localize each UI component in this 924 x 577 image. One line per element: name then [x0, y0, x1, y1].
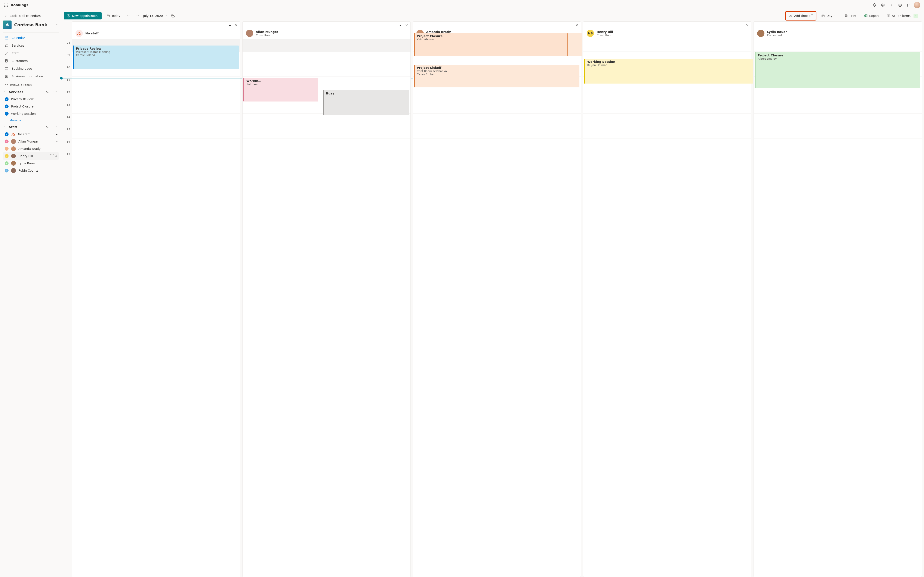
column-header: No staff — [72, 29, 240, 39]
action-items-button[interactable]: Action items ✓ — [884, 12, 921, 19]
date-picker[interactable]: July 15, 2020 — [143, 14, 167, 18]
close-icon[interactable] — [745, 23, 750, 28]
more-icon[interactable] — [52, 124, 58, 130]
svg-point-36 — [52, 154, 52, 155]
help-icon[interactable] — [887, 1, 896, 10]
pin-icon[interactable] — [397, 22, 404, 29]
export-button[interactable]: Export — [861, 12, 882, 19]
action-items-label: Action items — [892, 14, 911, 18]
staff-column: Allan MungerConsultantWorkin…Kat Lars…Bu… — [242, 21, 411, 577]
pin-icon[interactable] — [54, 132, 59, 137]
svg-point-11 — [898, 4, 901, 6]
svg-rect-39 — [107, 15, 110, 17]
column-header: Lydia BauerConsultant — [754, 29, 922, 39]
staff-filter-item[interactable]: ✓Lydia Bauer — [3, 160, 59, 167]
more-icon[interactable] — [50, 154, 54, 158]
staff-filter-item[interactable]: ✓Allan Mungar — [3, 138, 59, 145]
more-icon[interactable] — [52, 89, 58, 95]
pin-icon[interactable] — [54, 154, 59, 159]
print-button[interactable]: Print — [842, 12, 859, 19]
filter-services-header[interactable]: Services — [3, 88, 59, 95]
day-grid[interactable]: Working SessionReyna Holman — [583, 39, 751, 577]
staff-filter-item[interactable]: ✓No staff — [3, 131, 59, 138]
prev-arrow-icon[interactable] — [125, 12, 132, 19]
calendar-event[interactable] — [567, 33, 583, 56]
main: New appointment Today July 15, 2020 — [60, 10, 924, 577]
flag-icon[interactable] — [904, 1, 913, 10]
day-grid[interactable]: Project ClosureAlbert Dudley — [754, 39, 922, 577]
day-grid[interactable]: Workin…Kat Lars…Busy — [242, 39, 410, 577]
filter-staff-label: Staff — [9, 125, 42, 129]
nav-calendar[interactable]: Calendar — [3, 34, 59, 42]
service-filter-item[interactable]: ✓Working Session — [3, 110, 59, 117]
check-icon: ✓ — [5, 161, 8, 165]
filter-label: Lydia Bauer — [18, 161, 36, 165]
svg-rect-24 — [7, 76, 7, 77]
calendar-event[interactable]: Project ClosureKatri Ahokas — [414, 33, 583, 56]
app-launcher-icon[interactable] — [3, 2, 10, 8]
close-icon[interactable] — [574, 23, 580, 28]
feedback-smile-icon[interactable] — [896, 1, 904, 10]
service-filter-item[interactable]: ✓Project Closure — [3, 103, 59, 110]
chevron-down-icon — [4, 90, 7, 93]
event-subtitle: Katri Ahokas — [417, 38, 580, 41]
manage-services-link[interactable]: Manage — [3, 117, 59, 123]
svg-point-37 — [53, 154, 53, 155]
close-icon[interactable] — [404, 23, 409, 28]
avatar — [11, 161, 16, 166]
svg-point-1 — [6, 3, 6, 4]
excel-icon — [864, 14, 867, 18]
back-to-calendars-link[interactable]: Back to all calendars — [3, 12, 59, 20]
add-time-off-button[interactable]: Add time off — [786, 12, 815, 19]
svg-point-10 — [891, 6, 892, 6]
calendar-event[interactable]: Project KickoffConf Room YelahankaCarey … — [414, 65, 580, 87]
bell-icon[interactable] — [870, 1, 879, 10]
staff-filter-item[interactable]: ✓Henry Bill — [3, 152, 59, 160]
nav-label: Staff — [11, 52, 19, 55]
filter-label: Privacy Review — [11, 97, 34, 101]
next-arrow-icon[interactable] — [134, 12, 141, 19]
calendar-event[interactable]: Busy — [323, 90, 409, 115]
nav-customers[interactable]: Customers — [3, 57, 59, 65]
check-icon: ✓ — [5, 147, 8, 151]
calendar-event[interactable]: Workin…Kat Lars… — [243, 78, 318, 102]
weather-icon[interactable] — [169, 12, 176, 19]
today-button[interactable]: Today — [104, 12, 123, 19]
calendar-event[interactable]: Working SessionReyna Holman — [584, 59, 753, 84]
nav-booking-page[interactable]: Booking page — [3, 65, 59, 73]
nav-staff[interactable]: Staff — [3, 49, 59, 57]
filter-label: Allan Mungar — [18, 140, 38, 143]
app-header: Bookings — [0, 0, 924, 10]
calendar-icon — [5, 36, 8, 40]
day-grid[interactable]: Privacy ReviewMicrosoft Teams MeetingCar… — [72, 39, 240, 577]
svg-point-25 — [47, 91, 48, 92]
calendar-event[interactable]: Privacy ReviewMicrosoft Teams MeetingCar… — [73, 45, 239, 69]
staff-name: Henry Bill — [596, 30, 613, 34]
staff-filter-item[interactable]: ✓Robin Counts — [3, 167, 59, 174]
pin-icon[interactable] — [226, 22, 233, 29]
staff-role: Consultant — [767, 34, 787, 37]
calendar-event[interactable]: Project ClosureAlbert Dudley — [754, 52, 920, 88]
search-icon[interactable] — [45, 89, 50, 95]
print-label: Print — [850, 14, 856, 18]
day-grid[interactable]: Project ClosureKatri AhokasProject Kicko… — [413, 39, 581, 577]
calendar-icon — [107, 14, 110, 18]
gear-icon[interactable] — [879, 1, 887, 10]
nav-business-info[interactable]: Business information — [3, 73, 59, 80]
user-avatar[interactable] — [913, 1, 921, 10]
site-name: Contoso Bank — [14, 22, 53, 27]
close-icon[interactable] — [234, 23, 239, 28]
column-header: HBHenry BillConsultant — [583, 29, 751, 39]
pin-icon[interactable] — [54, 139, 59, 144]
column-header: Allan MungerConsultant — [242, 29, 410, 39]
search-icon[interactable] — [45, 124, 50, 130]
hour-label: 15 — [60, 128, 72, 140]
view-switcher[interactable]: Day — [819, 12, 840, 19]
calendar-selector[interactable]: ✱ Contoso Bank — [3, 20, 59, 32]
check-icon: ✓ — [5, 132, 8, 136]
nav-services[interactable]: Services — [3, 42, 59, 49]
service-filter-item[interactable]: ✓Privacy Review — [3, 95, 59, 103]
new-appointment-button[interactable]: New appointment — [64, 12, 102, 19]
staff-filter-item[interactable]: ✓Amanda Brady — [3, 145, 59, 152]
filter-staff-header[interactable]: Staff — [3, 123, 59, 131]
